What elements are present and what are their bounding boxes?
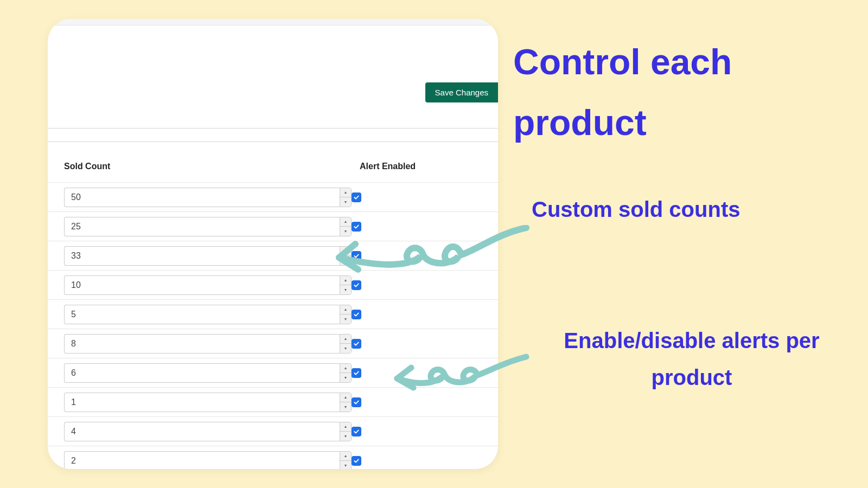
increment-button[interactable]: ▲ <box>340 305 351 315</box>
check-icon <box>353 311 360 318</box>
decrement-button[interactable]: ▼ <box>340 314 351 324</box>
product-table: Sold Count Alert Enabled ▲▼▲▼▲▼▲▼▲▼▲▼▲▼▲… <box>48 142 498 469</box>
sold-count-field: ▲▼ <box>64 305 352 324</box>
table-row: ▲▼ <box>48 329 498 358</box>
number-spinner: ▲▼ <box>340 422 352 441</box>
sold-count-field: ▲▼ <box>64 188 352 207</box>
check-icon <box>353 370 360 376</box>
sold-count-input[interactable] <box>64 393 340 412</box>
sold-count-input[interactable] <box>64 246 340 266</box>
alert-enabled-checkbox[interactable] <box>352 280 361 290</box>
decrement-button[interactable]: ▼ <box>340 285 351 294</box>
alert-cell <box>352 368 460 378</box>
divider-strip <box>48 129 498 142</box>
sold-count-input[interactable] <box>64 188 340 207</box>
sold-count-input[interactable] <box>64 275 340 295</box>
decrement-button[interactable]: ▼ <box>340 344 351 353</box>
decrement-button[interactable]: ▼ <box>340 432 351 441</box>
increment-button[interactable]: ▲ <box>340 422 351 432</box>
decrement-button[interactable]: ▼ <box>340 227 351 236</box>
sold-count-field: ▲▼ <box>64 393 352 412</box>
alert-cell <box>352 222 460 232</box>
sold-count-field: ▲▼ <box>64 363 352 383</box>
check-icon <box>353 428 360 435</box>
sold-count-field: ▲▼ <box>64 275 352 295</box>
table-row: ▲▼ <box>48 241 498 271</box>
table-row: ▲▼ <box>48 388 498 417</box>
alert-enabled-checkbox[interactable] <box>352 427 361 436</box>
table-row: ▲▼ <box>48 446 498 469</box>
sold-count-input[interactable] <box>64 363 340 383</box>
sold-count-input[interactable] <box>64 217 340 236</box>
increment-button[interactable]: ▲ <box>340 247 351 256</box>
save-changes-button[interactable]: Save Changes <box>425 82 498 102</box>
sold-count-field: ▲▼ <box>64 217 352 236</box>
increment-button[interactable]: ▲ <box>340 276 351 286</box>
sold-count-field: ▲▼ <box>64 422 352 441</box>
number-spinner: ▲▼ <box>340 246 352 266</box>
table-header-row: Sold Count Alert Enabled <box>48 142 498 183</box>
increment-button[interactable]: ▲ <box>340 335 351 344</box>
sold-count-field: ▲▼ <box>64 334 352 354</box>
sold-count-input[interactable] <box>64 422 340 441</box>
header-alert-enabled: Alert Enabled <box>360 162 416 171</box>
check-icon <box>353 194 360 201</box>
increment-button[interactable]: ▲ <box>340 393 351 403</box>
increment-button[interactable]: ▲ <box>340 188 351 198</box>
increment-button[interactable]: ▲ <box>340 452 351 461</box>
sold-count-input[interactable] <box>64 305 340 324</box>
table-row: ▲▼ <box>48 417 498 446</box>
alert-cell <box>352 456 460 466</box>
number-spinner: ▲▼ <box>340 305 352 324</box>
decrement-button[interactable]: ▼ <box>340 461 351 469</box>
number-spinner: ▲▼ <box>340 363 352 383</box>
alert-enabled-checkbox[interactable] <box>352 310 361 319</box>
promo-heading: Control each product <box>513 31 868 153</box>
table-row: ▲▼ <box>48 300 498 329</box>
number-spinner: ▲▼ <box>340 393 352 412</box>
check-icon <box>353 458 360 464</box>
sold-count-field: ▲▼ <box>64 451 352 470</box>
alert-cell <box>352 339 460 349</box>
increment-button[interactable]: ▲ <box>340 364 351 374</box>
settings-panel: Save Changes Sold Count Alert Enabled ▲▼… <box>48 19 498 469</box>
toolbar: Save Changes <box>48 25 498 129</box>
alert-cell <box>352 280 460 290</box>
number-spinner: ▲▼ <box>340 188 352 207</box>
alert-cell <box>352 192 460 202</box>
table-row: ▲▼ <box>48 271 498 300</box>
check-icon <box>353 253 360 259</box>
sold-count-input[interactable] <box>64 451 340 470</box>
window-top-strip <box>48 19 498 25</box>
alert-enabled-checkbox[interactable] <box>352 222 361 232</box>
decrement-button[interactable]: ▼ <box>340 256 351 265</box>
alert-enabled-checkbox[interactable] <box>352 251 361 261</box>
check-icon <box>353 223 360 230</box>
decrement-button[interactable]: ▼ <box>340 373 351 382</box>
promo-subtext-2: Enable/disable alerts per product <box>532 322 852 396</box>
alert-cell <box>352 397 460 407</box>
header-sold-count: Sold Count <box>64 162 360 171</box>
sold-count-input[interactable] <box>64 334 340 354</box>
alert-enabled-checkbox[interactable] <box>352 339 361 349</box>
alert-enabled-checkbox[interactable] <box>352 397 361 407</box>
number-spinner: ▲▼ <box>340 275 352 295</box>
increment-button[interactable]: ▲ <box>340 217 351 227</box>
alert-cell <box>352 251 460 261</box>
alert-enabled-checkbox[interactable] <box>352 368 361 378</box>
alert-cell <box>352 310 460 319</box>
table-row: ▲▼ <box>48 358 498 388</box>
decrement-button[interactable]: ▼ <box>340 402 351 412</box>
number-spinner: ▲▼ <box>340 451 352 470</box>
check-icon <box>353 399 360 406</box>
number-spinner: ▲▼ <box>340 334 352 354</box>
check-icon <box>353 282 360 288</box>
decrement-button[interactable]: ▼ <box>340 197 351 207</box>
alert-enabled-checkbox[interactable] <box>352 456 361 466</box>
table-row: ▲▼ <box>48 183 498 212</box>
table-row: ▲▼ <box>48 212 498 241</box>
alert-enabled-checkbox[interactable] <box>352 192 361 202</box>
check-icon <box>353 341 360 347</box>
promo-subtext-1: Custom sold counts <box>532 197 740 222</box>
sold-count-field: ▲▼ <box>64 246 352 266</box>
